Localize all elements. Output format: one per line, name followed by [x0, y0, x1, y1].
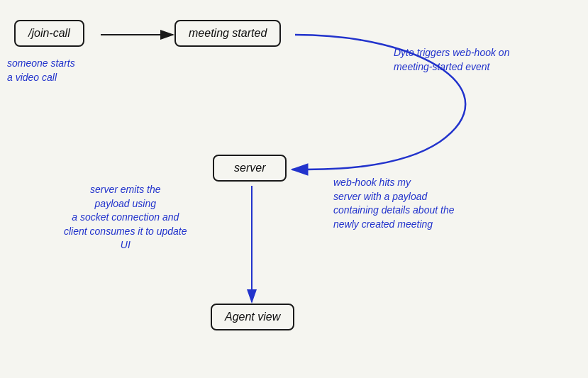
meeting-started-node: meeting started: [174, 20, 281, 47]
server-emits-label: server emits thepayload usinga socket co…: [64, 183, 187, 252]
someone-starts-label: someone startsa video call: [7, 57, 75, 84]
join-call-node: /join-call: [14, 20, 84, 47]
webhook-hits-label: web-hook hits myserver with a payloadcon…: [333, 176, 454, 231]
server-node: server: [213, 155, 287, 182]
dyte-triggers-label: Dyte triggers web-hook onmeeting-started…: [394, 46, 509, 74]
diagram-container: /join-call meeting started server Agent …: [0, 0, 588, 378]
agent-view-node: Agent view: [211, 304, 294, 330]
